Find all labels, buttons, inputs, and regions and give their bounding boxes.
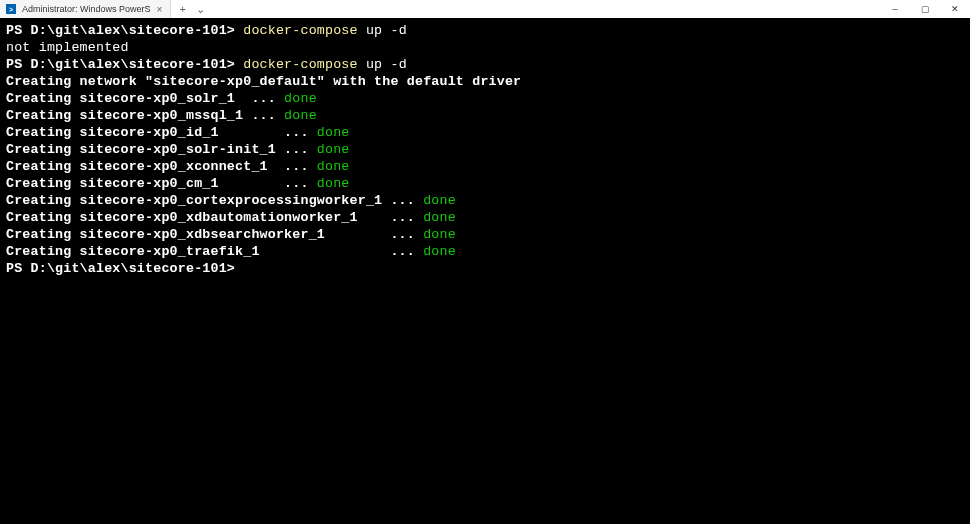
tab-dropdown-button[interactable]: ⌄ — [196, 3, 205, 16]
minimize-button[interactable]: – — [880, 0, 910, 18]
command-arg: up — [366, 57, 391, 72]
done-label: done — [284, 108, 317, 123]
window-controls: – ▢ ✕ — [880, 0, 970, 18]
terminal-line: Creating sitecore-xp0_mssql_1 ... done — [6, 107, 964, 124]
terminal-line: Creating sitecore-xp0_solr-init_1 ... do… — [6, 141, 964, 158]
terminal-window: > Administrator: Windows PowerS × + ⌄ – … — [0, 0, 970, 524]
creating-text: Creating sitecore-xp0_solr_1 ... — [6, 91, 284, 106]
creating-text: Creating sitecore-xp0_traefik_1 ... — [6, 244, 423, 259]
command: docker-compose — [243, 23, 366, 38]
new-tab-button[interactable]: + — [179, 3, 185, 15]
prompt: PS D:\git\alex\sitecore-101> — [6, 57, 243, 72]
terminal-line: Creating sitecore-xp0_traefik_1 ... done — [6, 243, 964, 260]
done-label: done — [317, 176, 350, 191]
command-arg: up — [366, 23, 391, 38]
terminal-line: Creating sitecore-xp0_cortexprocessingwo… — [6, 192, 964, 209]
terminal-line: PS D:\git\alex\sitecore-101> — [6, 260, 964, 277]
creating-text: Creating sitecore-xp0_id_1 ... — [6, 125, 317, 140]
creating-text: Creating sitecore-xp0_cm_1 ... — [6, 176, 317, 191]
terminal-line: Creating network "sitecore-xp0_default" … — [6, 73, 964, 90]
creating-text: Creating sitecore-xp0_xdbsearchworker_1 … — [6, 227, 423, 242]
done-label: done — [317, 125, 350, 140]
creating-text: Creating sitecore-xp0_xconnect_1 ... — [6, 159, 317, 174]
terminal-line: not implemented — [6, 39, 964, 56]
done-label: done — [423, 210, 456, 225]
done-label: done — [317, 159, 350, 174]
tab-close-button[interactable]: × — [157, 4, 163, 15]
terminal-line: PS D:\git\alex\sitecore-101> docker-comp… — [6, 56, 964, 73]
done-label: done — [423, 227, 456, 242]
creating-text: Creating sitecore-xp0_mssql_1 ... — [6, 108, 284, 123]
close-button[interactable]: ✕ — [940, 0, 970, 18]
command-flag: -d — [390, 57, 406, 72]
creating-text: Creating sitecore-xp0_xdbautomationworke… — [6, 210, 423, 225]
done-label: done — [423, 193, 456, 208]
tab-title: Administrator: Windows PowerS — [22, 4, 151, 14]
terminal-line: Creating sitecore-xp0_cm_1 ... done — [6, 175, 964, 192]
done-label: done — [317, 142, 350, 157]
titlebar: > Administrator: Windows PowerS × + ⌄ – … — [0, 0, 970, 18]
terminal-line: Creating sitecore-xp0_xdbautomationworke… — [6, 209, 964, 226]
prompt: PS D:\git\alex\sitecore-101> — [6, 23, 243, 38]
command: docker-compose — [243, 57, 366, 72]
command-flag: -d — [390, 23, 406, 38]
terminal-line: PS D:\git\alex\sitecore-101> docker-comp… — [6, 22, 964, 39]
active-tab[interactable]: > Administrator: Windows PowerS × — [0, 0, 171, 18]
powershell-icon: > — [6, 4, 16, 14]
creating-text: Creating sitecore-xp0_cortexprocessingwo… — [6, 193, 423, 208]
creating-text: Creating sitecore-xp0_solr-init_1 ... — [6, 142, 317, 157]
tab-actions: + ⌄ — [171, 3, 212, 16]
output-text: not implemented — [6, 40, 129, 55]
titlebar-left: > Administrator: Windows PowerS × + ⌄ — [0, 0, 213, 18]
done-label: done — [423, 244, 456, 259]
maximize-button[interactable]: ▢ — [910, 0, 940, 18]
done-label: done — [284, 91, 317, 106]
terminal-area[interactable]: PS D:\git\alex\sitecore-101> docker-comp… — [0, 18, 970, 524]
terminal-line: Creating sitecore-xp0_solr_1 ... done — [6, 90, 964, 107]
terminal-line: Creating sitecore-xp0_id_1 ... done — [6, 124, 964, 141]
prompt: PS D:\git\alex\sitecore-101> — [6, 261, 235, 276]
terminal-line: Creating sitecore-xp0_xdbsearchworker_1 … — [6, 226, 964, 243]
terminal-line: Creating sitecore-xp0_xconnect_1 ... don… — [6, 158, 964, 175]
output-text: Creating network "sitecore-xp0_default" … — [6, 74, 521, 89]
